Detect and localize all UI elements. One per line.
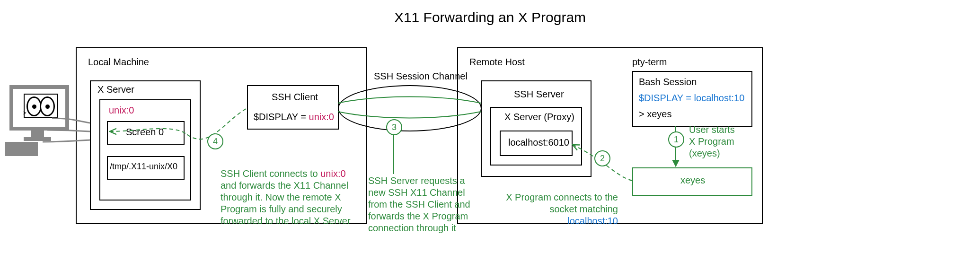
x-server-title: X Server [97, 84, 134, 95]
monitor-icon: ➤ [9, 85, 69, 131]
bash-display: $DISPLAY = localhost:10 [639, 93, 744, 104]
xeyes-window-frame [24, 94, 58, 118]
computer-tower-icon [5, 142, 38, 156]
ssh-channel-label: SSH Session Channel [374, 71, 468, 82]
step-4-text-c: and forwards the X11 Channel through it.… [221, 180, 351, 226]
x11-socket-label: /tmp/.X11-unix/X0 [110, 162, 177, 172]
x-server-proxy-title: X Server (Proxy) [504, 112, 574, 122]
bash-session-title: Bash Session [639, 77, 697, 87]
step-4-circle: 4 [207, 133, 223, 149]
step-1-circle: 1 [668, 131, 684, 148]
step-3-num: 3 [392, 122, 397, 132]
step-2-num: 2 [600, 154, 605, 164]
diagram-canvas: X11 Forwarding an X Program ➤ Local Mach… [0, 0, 980, 279]
local-machine-title: Local Machine [88, 57, 149, 68]
step-1-text: User starts X Program (xeyes) [689, 124, 735, 159]
computer-icon: ➤ [5, 85, 66, 161]
ssh-client-display-value: unix:0 [309, 112, 334, 122]
step-4-text: SSH Client connects to unix:0 and forwar… [221, 156, 351, 227]
monitor-base-icon [24, 137, 51, 141]
step-2-text-a: X Program connects to the socket matchin… [506, 192, 618, 214]
monitor-stand-icon [31, 131, 44, 137]
step-4-text-b: unix:0 [320, 168, 345, 179]
pty-term-title: pty-term [632, 57, 667, 68]
step-2-text: X Program connects to the socket matchin… [504, 180, 618, 227]
xeyes-process-label: xeyes [680, 175, 705, 186]
bash-display-value: localhost:10 [694, 93, 745, 103]
step-2-text-b: localhost:10 [567, 216, 618, 226]
bash-prompt: > xeyes [639, 109, 671, 120]
x-server-display: unix:0 [109, 105, 134, 116]
screen0-label: Screen 0 [126, 127, 164, 138]
ssh-client-display: $DISPLAY = unix:0 [254, 112, 334, 122]
ssh-client-title: SSH Client [272, 92, 318, 103]
step-3-circle: 3 [386, 119, 402, 135]
step-4-text-a: SSH Client connects to [221, 168, 320, 179]
diagram-title: X11 Forwarding an X Program [0, 9, 980, 26]
ssh-server-title: SSH Server [514, 89, 564, 100]
proxy-socket-label: localhost:6010 [508, 137, 569, 148]
bash-display-label: $DISPLAY = [639, 93, 694, 103]
ssh-client-display-label: $DISPLAY = [254, 112, 309, 122]
step-1-num: 1 [674, 135, 679, 145]
step-2-circle: 2 [594, 150, 610, 166]
step-4-num: 4 [213, 137, 218, 147]
remote-host-title: Remote Host [469, 57, 525, 68]
step-3-text: SSH Server requests a new SSH X11 Channe… [368, 175, 470, 234]
